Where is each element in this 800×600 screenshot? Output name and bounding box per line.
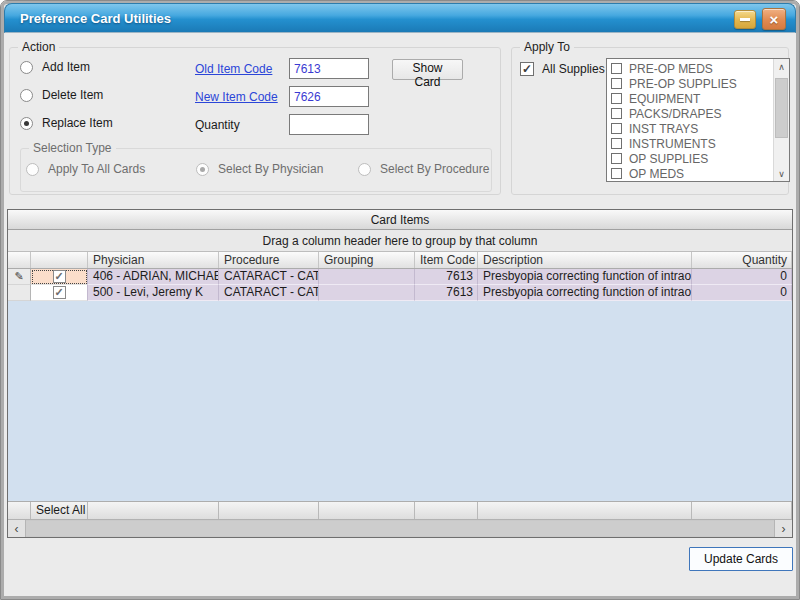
quantity-label: Quantity: [195, 118, 240, 132]
minimize-button[interactable]: [734, 10, 756, 29]
checkbox-icon: ✓: [520, 62, 534, 76]
cell-procedure: CATARACT - CATAR: [219, 269, 319, 285]
radio-icon: [20, 89, 33, 102]
old-item-code-link[interactable]: Old Item Code: [195, 62, 272, 76]
header-item-code[interactable]: Item Code: [415, 252, 478, 268]
show-card-button[interactable]: Show Card: [392, 59, 463, 80]
list-item-label: INSTRUMENTS: [629, 137, 716, 151]
checkbox-icon: ✓: [611, 138, 622, 149]
cell-physician: 500 - Levi, Jeremy K: [88, 285, 219, 301]
list-item-equipment[interactable]: ✓ EQUIPMENT: [607, 91, 773, 106]
radio-label: Select By Procedure: [380, 162, 489, 176]
scroll-left-icon[interactable]: ‹: [8, 520, 26, 537]
radio-select-by-procedure: Select By Procedure: [358, 162, 489, 176]
radio-select-by-physician: Select By Physician: [196, 162, 323, 176]
list-item-pre-op-meds[interactable]: ✓ PRE-OP MEDS: [607, 61, 773, 76]
table-row[interactable]: ✓ 500 - Levi, Jeremy K CATARACT - CATAR …: [8, 285, 792, 301]
checkbox-icon: ✓: [611, 108, 622, 119]
checkbox-icon: ✓: [611, 168, 622, 179]
footer-cell: [478, 502, 692, 519]
cell-grouping: [319, 269, 415, 285]
list-item-label: PRE-OP SUPPLIES: [629, 77, 737, 91]
card-items-panel: Card Items Drag a column header here to …: [7, 209, 793, 538]
radio-icon: [358, 163, 371, 176]
preference-card-utilities-dialog: Preference Card Utilities × Action Add I…: [0, 0, 800, 600]
selection-type-groupbox: Selection Type Apply To All Cards Select…: [20, 148, 492, 192]
radio-replace-item[interactable]: Replace Item: [20, 116, 113, 130]
table-row[interactable]: ✎ ✓ 406 - ADRIAN, MICHAEL CATARACT - CAT…: [8, 269, 792, 285]
cell-grouping: [319, 285, 415, 301]
card-items-title: Card Items: [8, 210, 792, 230]
radio-add-item[interactable]: Add Item: [20, 60, 90, 74]
supply-category-listbox: ✓ PRE-OP MEDS ✓ PRE-OP SUPPLIES ✓ EQUIPM…: [606, 58, 790, 182]
footer-cell: [88, 502, 219, 519]
scrollbar-thumb[interactable]: [26, 521, 774, 536]
list-item-label: INST TRAYS: [629, 122, 698, 136]
checkbox-icon: ✓: [611, 63, 622, 74]
check-icon: ✓: [522, 63, 532, 75]
list-item-op-supplies[interactable]: ✓ OP SUPPLIES: [607, 151, 773, 166]
scroll-down-icon[interactable]: ∨: [774, 166, 789, 181]
grid-empty-area: [8, 301, 792, 501]
scroll-up-icon[interactable]: ∧: [774, 59, 789, 74]
cell-item-code: 7613: [415, 285, 478, 301]
row-edit-indicator: [8, 285, 31, 301]
old-item-code-input[interactable]: [289, 58, 369, 79]
header-physician[interactable]: Physician: [88, 252, 219, 268]
header-checkbox-column: [31, 252, 88, 268]
row-checkbox-cell[interactable]: ✓: [31, 285, 88, 301]
checkbox-icon: ✓: [611, 78, 622, 89]
new-item-code-input[interactable]: [289, 86, 369, 107]
radio-icon: [20, 61, 33, 74]
grid-header-row: Physician Procedure Grouping Item Code D…: [8, 252, 792, 269]
row-edit-indicator: ✎: [8, 269, 31, 285]
list-vertical-scrollbar[interactable]: ∧ ∨: [773, 59, 789, 181]
action-group-label: Action: [18, 40, 59, 55]
quantity-input[interactable]: [289, 114, 369, 135]
cell-description: Presbyopia correcting function of intrao…: [478, 269, 692, 285]
window-title: Preference Card Utilities: [20, 4, 171, 33]
horizontal-scrollbar[interactable]: ‹ ›: [8, 519, 792, 537]
action-groupbox: Action Add Item Delete Item Replace Item…: [9, 47, 501, 195]
title-bar[interactable]: Preference Card Utilities ×: [4, 3, 796, 33]
scrollbar-thumb[interactable]: [775, 78, 788, 138]
list-item-packs-drapes[interactable]: ✓ PACKS/DRAPES: [607, 106, 773, 121]
all-supplies-checkbox[interactable]: ✓ All Supplies: [520, 62, 605, 76]
radio-label: Apply To All Cards: [48, 162, 145, 176]
radio-delete-item[interactable]: Delete Item: [20, 88, 103, 102]
close-button[interactable]: ×: [762, 8, 786, 30]
supply-category-items: ✓ PRE-OP MEDS ✓ PRE-OP SUPPLIES ✓ EQUIPM…: [607, 59, 773, 181]
header-description[interactable]: Description: [478, 252, 692, 268]
group-by-drop-zone[interactable]: Drag a column header here to group by th…: [8, 230, 792, 252]
checkbox-icon: ✓: [53, 286, 66, 299]
list-item-op-meds[interactable]: ✓ OP MEDS: [607, 166, 773, 181]
radio-icon: [26, 163, 39, 176]
grid-footer-row: Select All: [8, 501, 792, 519]
footer-cell: [319, 502, 415, 519]
new-item-code-link[interactable]: New Item Code: [195, 90, 278, 104]
list-item-inst-trays[interactable]: ✓ INST TRAYS: [607, 121, 773, 136]
row-checkbox-cell[interactable]: ✓: [31, 269, 88, 285]
header-grouping[interactable]: Grouping: [319, 252, 415, 268]
radio-label: Delete Item: [42, 88, 103, 102]
scroll-right-icon[interactable]: ›: [774, 520, 792, 537]
footer-cell: [219, 502, 319, 519]
list-item-instruments[interactable]: ✓ INSTRUMENTS: [607, 136, 773, 151]
checkbox-icon: ✓: [611, 123, 622, 134]
footer-cell: [415, 502, 478, 519]
edit-pencil-icon: ✎: [14, 269, 23, 284]
list-item-label: PACKS/DRAPES: [629, 107, 721, 121]
select-all-button[interactable]: Select All: [31, 502, 88, 519]
apply-to-group-label: Apply To: [520, 40, 574, 55]
apply-to-groupbox: Apply To ✓ All Supplies ✓ PRE-OP MEDS ✓ …: [511, 47, 789, 195]
cell-quantity: 0: [692, 285, 792, 301]
footer-indicator-cell: [8, 502, 31, 519]
header-procedure[interactable]: Procedure: [219, 252, 319, 268]
checkbox-icon: ✓: [611, 153, 622, 164]
checkbox-icon: ✓: [611, 93, 622, 104]
radio-label: Replace Item: [42, 116, 113, 130]
header-quantity[interactable]: Quantity: [692, 252, 792, 268]
radio-icon: [196, 163, 209, 176]
list-item-pre-op-supplies[interactable]: ✓ PRE-OP SUPPLIES: [607, 76, 773, 91]
update-cards-button[interactable]: Update Cards: [689, 547, 793, 571]
